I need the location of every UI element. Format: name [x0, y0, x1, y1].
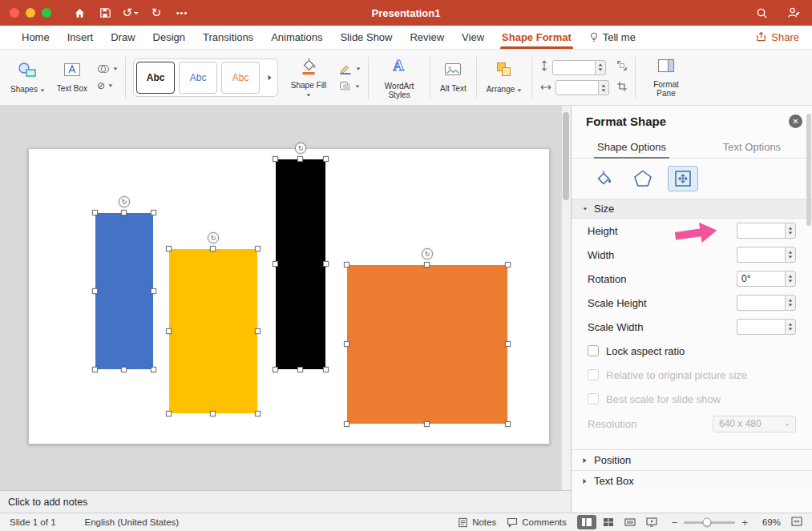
shape-style-option-2[interactable]: Abc	[179, 62, 217, 94]
zoom-out-button[interactable]: −	[672, 517, 678, 529]
spinner-down-icon[interactable]	[599, 68, 603, 70]
save-icon[interactable]	[96, 3, 114, 22]
height-stepper[interactable]	[785, 223, 796, 239]
undo-button[interactable]: ↺	[122, 3, 139, 22]
editor-scrollbar[interactable]	[561, 106, 571, 490]
resize-handle[interactable]	[297, 156, 303, 162]
size-properties-icon[interactable]	[668, 166, 698, 191]
resize-handle[interactable]	[92, 367, 98, 372]
shape-style-option-3[interactable]: Abc	[221, 62, 260, 94]
effects-icon[interactable]	[628, 166, 658, 191]
notes-area[interactable]: Click to add notes	[0, 490, 571, 513]
reading-view-button[interactable]	[620, 515, 640, 529]
resize-handle[interactable]	[92, 288, 98, 294]
resize-handle[interactable]	[151, 288, 156, 294]
shape-outline-button[interactable]	[339, 63, 361, 74]
zoom-level[interactable]: 69%	[758, 517, 781, 527]
zoom-in-button[interactable]: +	[741, 517, 748, 529]
tab-review[interactable]: Review	[401, 26, 453, 49]
minimize-window-button[interactable]	[26, 8, 35, 18]
tab-design[interactable]: Design	[144, 26, 194, 49]
resize-handle[interactable]	[297, 367, 303, 372]
resize-handle[interactable]	[166, 246, 172, 251]
fullscreen-window-button[interactable]	[42, 8, 51, 18]
orange-rectangle-shape[interactable]: ↻	[347, 265, 507, 424]
normal-view-button[interactable]	[577, 515, 596, 529]
position-section-header[interactable]: Position	[572, 449, 812, 470]
close-panel-button[interactable]: ✕	[789, 115, 802, 128]
spinner-down-icon[interactable]	[789, 231, 793, 234]
format-pane-button[interactable]: Format Pane	[643, 55, 689, 100]
edit-shape-button[interactable]: ⊘	[97, 80, 118, 91]
height-input[interactable]	[737, 223, 785, 239]
slideshow-button[interactable]	[642, 515, 661, 529]
spinner-down-icon[interactable]	[789, 304, 793, 306]
spinner-up-icon[interactable]	[789, 227, 793, 229]
spinner-down-icon[interactable]	[789, 255, 793, 258]
yellow-rectangle-shape[interactable]: ↻	[169, 249, 257, 413]
tab-shape-format[interactable]: Shape Format	[493, 26, 580, 49]
resize-handle[interactable]	[166, 411, 172, 416]
account-icon[interactable]	[785, 3, 802, 22]
spinner-down-icon[interactable]	[789, 280, 793, 282]
shape-style-option-1[interactable]: Abc	[136, 62, 175, 94]
resize-handle[interactable]	[424, 421, 430, 427]
tab-text-options[interactable]: Text Options	[692, 136, 812, 158]
more-commands-icon[interactable]: •••	[173, 3, 191, 22]
scale-height-stepper[interactable]	[785, 295, 796, 311]
tab-view[interactable]: View	[453, 26, 493, 49]
tab-shape-options[interactable]: Shape Options	[572, 136, 692, 158]
notes-toggle[interactable]: Notes	[458, 517, 496, 528]
resize-handle[interactable]	[505, 421, 511, 427]
redo-button[interactable]: ↻	[147, 3, 165, 22]
resize-handle[interactable]	[323, 261, 329, 267]
wordart-styles-button[interactable]: A WordArt Styles	[376, 54, 422, 102]
scale-width-input[interactable]	[737, 319, 785, 335]
spinner-up-icon[interactable]	[602, 84, 606, 86]
resize-handle[interactable]	[255, 411, 261, 416]
fill-line-icon[interactable]	[588, 166, 618, 191]
undo-menu-icon[interactable]	[134, 12, 139, 14]
shape-effects-button[interactable]	[339, 81, 361, 91]
size-section-header[interactable]: Size	[572, 199, 812, 219]
panel-scrollbar-thumb[interactable]	[806, 114, 811, 226]
corner-bracket-icon[interactable]	[616, 60, 628, 74]
rotation-handle[interactable]: ↻	[422, 248, 433, 259]
rotation-stepper[interactable]	[785, 271, 796, 287]
tab-home[interactable]: Home	[13, 26, 59, 49]
tab-tell-me[interactable]: Tell me	[580, 26, 644, 49]
resize-handle[interactable]	[273, 367, 278, 372]
resize-handle[interactable]	[344, 341, 349, 347]
comments-toggle[interactable]: Comments	[507, 517, 567, 528]
language-indicator[interactable]: English (United States)	[85, 517, 180, 527]
resize-handle[interactable]	[273, 261, 278, 267]
resize-handle[interactable]	[121, 210, 127, 215]
tab-transitions[interactable]: Transitions	[194, 26, 262, 49]
ribbon-height-stepper[interactable]	[596, 60, 606, 75]
tab-animations[interactable]: Animations	[262, 26, 331, 49]
resize-handle[interactable]	[344, 262, 349, 268]
resize-handle[interactable]	[166, 328, 172, 334]
share-button[interactable]: Share	[756, 26, 799, 49]
spinner-down-icon[interactable]	[789, 328, 793, 330]
ribbon-height-input[interactable]	[552, 60, 596, 75]
resize-handle[interactable]	[273, 156, 278, 162]
tab-slide-show[interactable]: Slide Show	[331, 26, 401, 49]
text-box-button[interactable]: Text Box	[55, 59, 90, 95]
tab-draw[interactable]: Draw	[102, 26, 143, 49]
zoom-slider[interactable]	[684, 521, 735, 524]
scale-height-input[interactable]	[737, 295, 785, 311]
home-icon[interactable]	[71, 3, 88, 22]
resize-handle[interactable]	[151, 210, 156, 215]
arrange-button[interactable]: Arrange	[484, 58, 524, 96]
search-icon[interactable]	[753, 3, 770, 22]
resize-handle[interactable]	[92, 210, 98, 215]
shapes-button[interactable]: Shapes	[8, 58, 47, 96]
alt-text-button[interactable]: Alt Text	[438, 59, 469, 95]
resize-handle[interactable]	[121, 367, 127, 372]
resize-handle[interactable]	[151, 367, 156, 372]
spinner-up-icon[interactable]	[599, 63, 603, 66]
text-box-section-header[interactable]: Text Box	[572, 470, 812, 491]
resize-handle[interactable]	[255, 328, 261, 334]
rotation-handle[interactable]: ↻	[119, 196, 130, 207]
